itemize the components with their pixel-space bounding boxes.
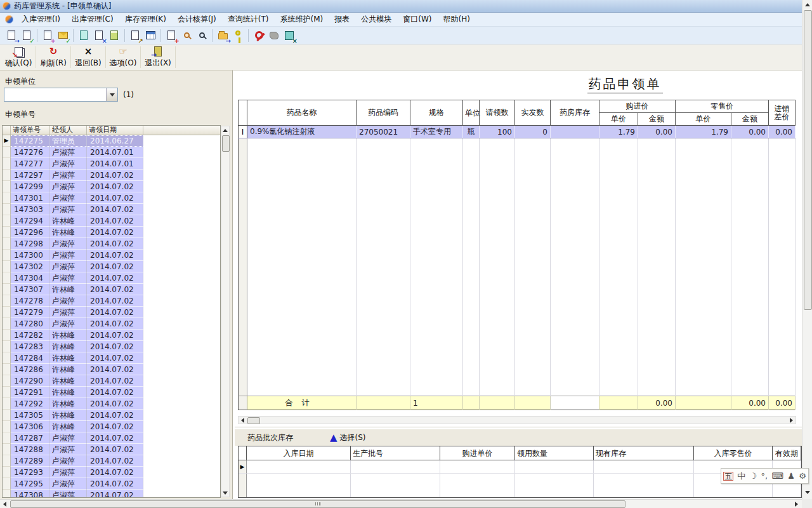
col-header-date[interactable]: 请领日期 [87, 126, 143, 135]
list-item[interactable]: 147287卢淑萍2014.07.02 [3, 432, 220, 444]
menu-item-0[interactable]: 入库管理(I) [16, 13, 66, 26]
key-icon[interactable] [230, 28, 246, 43]
list-item[interactable]: 147278卢淑萍2014.07.02 [3, 295, 220, 307]
return-button[interactable]: ×退回(B) [71, 44, 105, 70]
scroll-thumb[interactable] [10, 500, 625, 508]
scroll-down-arrow[interactable] [802, 488, 812, 497]
scroll-thumb[interactable] [804, 10, 812, 310]
cell-spec: 手术室专用 [410, 126, 463, 138]
ime-halfwidth-moon-icon[interactable]: ☽ [750, 472, 757, 480]
close-box-icon[interactable]: × [282, 28, 297, 43]
ime-tools-icon[interactable]: ⚙ [799, 472, 806, 480]
calculator-icon[interactable] [107, 28, 122, 43]
list-item[interactable]: 147290许林峰2014.07.02 [3, 375, 220, 387]
list-item[interactable]: 147291许林峰2014.07.02 [3, 387, 220, 398]
menu-item-7[interactable]: 公共模块 [355, 13, 397, 26]
edit-cancel-doc-icon[interactable]: × [91, 28, 107, 43]
ime-punctuation-icon[interactable]: °, [761, 472, 768, 480]
menu-item-5[interactable]: 系统维护(M) [275, 13, 329, 26]
window-hscrollbar[interactable] [0, 499, 812, 508]
scroll-left-arrow[interactable] [0, 500, 9, 508]
date-cell: 2014.07.02 [87, 227, 143, 238]
col-header-order-no[interactable]: 请领单号 [11, 126, 50, 135]
list-item[interactable]: 147280卢淑萍2014.07.02 [3, 318, 220, 330]
unit-combobox[interactable] [4, 88, 118, 102]
list-item[interactable]: 147276卢淑萍2014.07.01 [3, 147, 220, 158]
list-item[interactable]: 147305许林峰2014.07.02 [3, 410, 220, 421]
search-audit-icon[interactable] [179, 28, 194, 43]
list-item[interactable]: 147284许林峰2014.07.02 [3, 352, 220, 364]
list-item[interactable]: 147289卢淑萍2014.07.02 [3, 455, 220, 467]
scroll-right-arrow[interactable] [787, 417, 796, 424]
list-item[interactable]: 147301卢淑萍2014.07.02 [3, 192, 220, 204]
list-item[interactable]: 147277卢淑萍2014.07.01 [3, 158, 220, 170]
window-vscrollbar[interactable] [802, 0, 812, 499]
select-button[interactable]: ▲ 选择(S) [330, 432, 366, 443]
menu-item-2[interactable]: 库存管理(K) [119, 13, 172, 26]
list-item[interactable]: 147302卢淑萍2014.07.02 [3, 261, 220, 272]
list-item[interactable]: 147308卢淑萍2014.07.02 [3, 490, 220, 498]
list-item[interactable]: 147306许林峰2014.07.02 [3, 421, 220, 432]
list-item[interactable]: 147282许林峰2014.07.02 [3, 330, 220, 341]
ime-mode-icon[interactable]: 五 [723, 472, 733, 481]
list-item[interactable]: 147298卢淑萍2014.07.02 [3, 238, 220, 250]
ime-soft-keyboard-icon[interactable]: ⌨ [771, 472, 783, 480]
transfer-doc-icon[interactable]: ↗ [128, 28, 143, 43]
refresh-button[interactable]: ↻刷新(R) [36, 44, 70, 70]
combobox-dropdown-button[interactable] [106, 88, 117, 101]
folder-export-icon[interactable]: → [215, 28, 230, 43]
mail-confirm-icon[interactable]: ✓ [55, 28, 70, 43]
search-icon[interactable] [194, 28, 209, 43]
list-item[interactable]: 147292许林峰2014.07.02 [3, 398, 220, 410]
batch-row[interactable]: ▶ [239, 460, 801, 474]
ime-lang-chinese-icon[interactable]: 中 [737, 472, 745, 480]
drug-row[interactable]: I 0.9%氯化钠注射液 27050021 手术室专用 瓶 100 0 1.79… [239, 126, 796, 138]
list-item[interactable]: 147295卢淑萍2014.07.02 [3, 478, 220, 490]
order-list-scrollbar[interactable] [221, 126, 230, 497]
list-item[interactable]: 147300卢淑萍2014.07.02 [3, 250, 220, 261]
list-item[interactable]: 147283许林峰2014.07.02 [3, 341, 220, 352]
menu-item-4[interactable]: 查询统计(T) [222, 13, 275, 26]
menu-item-8[interactable]: 窗口(W) [397, 13, 437, 26]
list-item[interactable]: 147286许林峰2014.07.02 [3, 364, 220, 375]
menu-item-6[interactable]: 报表 [329, 13, 355, 26]
list-item[interactable]: 147293卢淑萍2014.07.02 [3, 467, 220, 478]
import-doc-icon[interactable]: → [4, 28, 19, 43]
list-item[interactable]: 147307许林峰2014.07.02 [3, 284, 220, 295]
clipboard-icon[interactable] [76, 28, 91, 43]
scroll-right-arrow[interactable] [792, 500, 801, 508]
list-item[interactable]: 147294许林峰2014.07.02 [3, 215, 220, 227]
options-button[interactable]: ☞选项(O) [106, 44, 140, 70]
seal-icon[interactable] [266, 28, 282, 43]
exit-button[interactable]: →退出(X) [141, 44, 175, 70]
menu-item-3[interactable]: 会计核算(J) [172, 13, 222, 26]
col-header-handler[interactable]: 经领人 [50, 126, 87, 135]
grid-hscrollbar[interactable] [238, 416, 796, 424]
report-doc-icon[interactable]: + [164, 28, 179, 43]
scroll-thumb[interactable] [222, 135, 230, 152]
list-item[interactable]: 147297卢淑萍2014.07.02 [3, 170, 220, 181]
scroll-up-arrow[interactable] [221, 126, 229, 134]
batch-filler-cell [594, 474, 694, 498]
mdi-child-icon[interactable] [5, 15, 13, 23]
ime-user-icon[interactable]: ♟ [787, 472, 795, 480]
confirm-button[interactable]: ↘确认(Q) [1, 44, 36, 70]
add-doc-icon[interactable]: + [40, 28, 55, 43]
list-item[interactable]: ▶147275管理员2014.06.27 [3, 135, 220, 147]
batch-filler-cell [351, 474, 440, 498]
list-item[interactable]: 147296许林峰2014.07.02 [3, 227, 220, 238]
list-item[interactable]: 147299卢淑萍2014.07.02 [3, 181, 220, 192]
scroll-down-arrow[interactable] [221, 489, 229, 497]
data-table-icon[interactable] [143, 28, 158, 43]
list-item[interactable]: 147303卢淑萍2014.07.02 [3, 204, 220, 215]
list-item[interactable]: 147279卢淑萍2014.07.02 [3, 307, 220, 318]
list-item[interactable]: 147288卢淑萍2014.07.02 [3, 444, 220, 455]
list-item[interactable]: 147304卢淑萍2014.07.02 [3, 272, 220, 284]
scroll-thumb[interactable] [247, 417, 260, 424]
scroll-left-arrow[interactable] [239, 417, 247, 424]
verify-doc-icon[interactable]: ✓ [19, 28, 34, 43]
menu-item-1[interactable]: 出库管理(C) [66, 13, 119, 26]
forbidden-icon[interactable] [251, 28, 266, 43]
menu-item-9[interactable]: 帮助(H) [437, 13, 475, 26]
scroll-up-arrow[interactable] [802, 0, 812, 9]
